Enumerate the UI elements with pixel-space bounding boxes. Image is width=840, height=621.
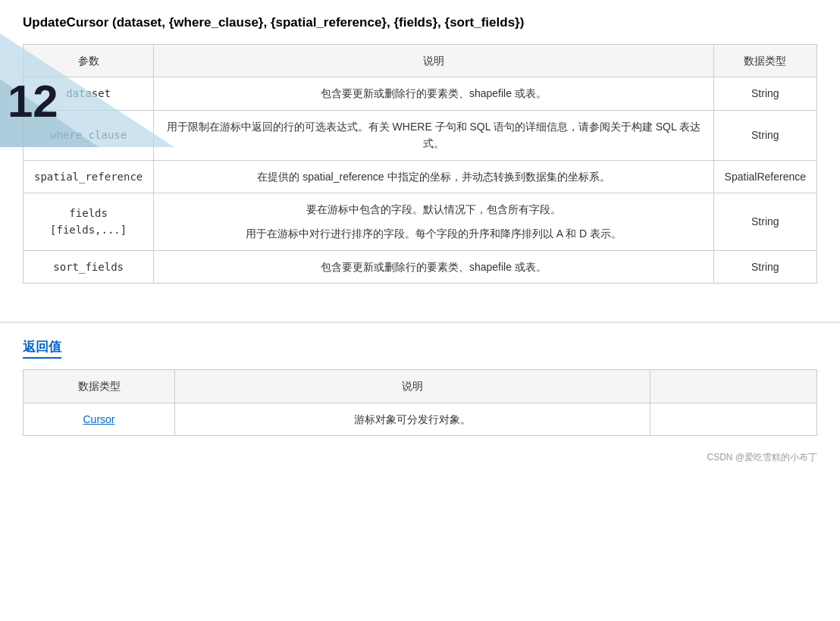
return-table: 数据类型 说明 Cursor游标对象可分发行对象。: [23, 369, 817, 436]
table-row: where_clause用于限制在游标中返回的行的可选表达式。有关 WHERE …: [24, 110, 817, 160]
desc-cell: 包含要更新或删除行的要素类、shapefile 或表。: [154, 250, 713, 283]
params-table: 参数 说明 数据类型 dataset包含要更新或删除行的要素类、shapefil…: [23, 44, 817, 284]
param-cell: fields [fields,...]: [24, 193, 154, 250]
desc-cell: 用于限制在游标中返回的行的可选表达式。有关 WHERE 子句和 SQL 语句的详…: [154, 110, 713, 160]
table-row: sort_fields包含要更新或删除行的要素类、shapefile 或表。St…: [24, 250, 817, 283]
return-col-empty: [650, 370, 817, 403]
return-col-desc: 说明: [175, 370, 650, 403]
table-row: fields [fields,...]要在游标中包含的字段。默认情况下，包含所有…: [24, 193, 817, 250]
type-cell: String: [713, 110, 816, 160]
return-col-type: 数据类型: [24, 370, 175, 403]
return-type-cell[interactable]: Cursor: [24, 403, 175, 435]
type-cell: String: [713, 193, 816, 250]
type-cell: String: [713, 250, 816, 283]
type-cell: SpatialReference: [713, 160, 816, 193]
page-number: 12: [8, 79, 58, 124]
table-row: Cursor游标对象可分发行对象。: [24, 403, 817, 435]
return-empty-cell: [650, 403, 817, 435]
section-divider: [0, 321, 840, 323]
col-header-param: 参数: [24, 45, 154, 77]
watermark: CSDN @爱吃雪糕的小布丁: [707, 451, 817, 464]
page-title: UpdateCursor (dataset, {where_clause}, {…: [23, 15, 817, 30]
desc-cell: 在提供的 spatial_reference 中指定的坐标，并动态转换到数据集的…: [154, 160, 713, 193]
type-cell: String: [713, 77, 816, 110]
table-row: spatial_reference在提供的 spatial_reference …: [24, 160, 817, 193]
return-section-title: 返回值: [23, 338, 61, 359]
return-desc-cell: 游标对象可分发行对象。: [175, 403, 650, 435]
param-cell: spatial_reference: [24, 160, 154, 193]
param-cell: sort_fields: [24, 250, 154, 283]
return-section: 返回值 数据类型 说明 Cursor游标对象可分发行对象。 CSDN @爱吃雪糕…: [0, 338, 840, 475]
col-header-desc: 说明: [154, 45, 713, 77]
table-row: dataset包含要更新或删除行的要素类、shapefile 或表。String: [24, 77, 817, 110]
col-header-type: 数据类型: [713, 45, 816, 77]
desc-cell: 要在游标中包含的字段。默认情况下，包含所有字段。用于在游标中对行进行排序的字段。…: [154, 193, 713, 250]
desc-cell: 包含要更新或删除行的要素类、shapefile 或表。: [154, 77, 713, 110]
